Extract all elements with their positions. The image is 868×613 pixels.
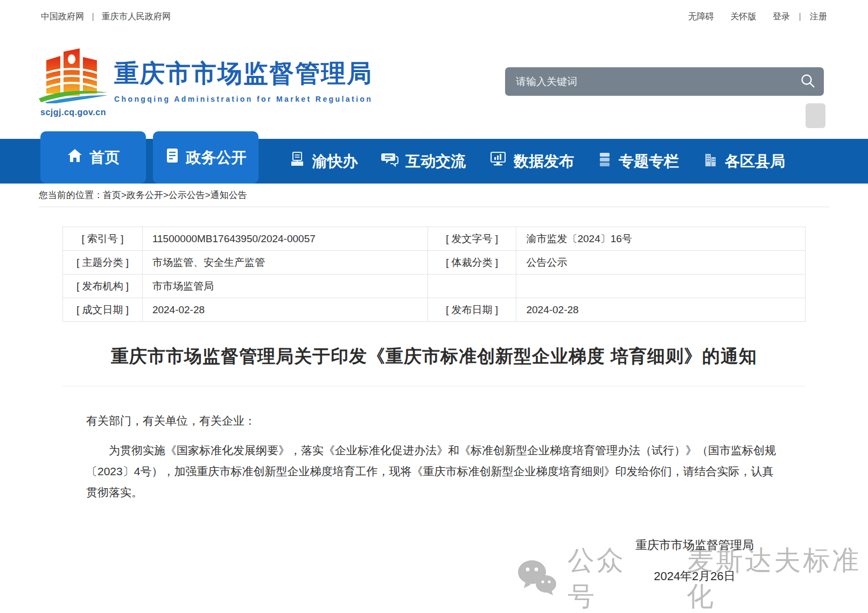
- chat-bubbles-icon: [381, 151, 398, 171]
- gov-links: 中国政府网 | 重庆市人民政府网: [41, 0, 171, 33]
- table-row: [ 主题分类 ] 市场监管、安全生产监管 [ 体裁分类 ] 公告公示: [63, 251, 806, 274]
- meta-value-genre: 公告公示: [516, 251, 806, 274]
- meta-label-index: [ 索引号 ]: [63, 227, 143, 251]
- top-utility-bar: 中国政府网 | 重庆市人民政府网 无障碍 关怀版 登录 | 注册: [0, 0, 868, 33]
- user-links: 无障碍 关怀版 登录 | 注册: [674, 0, 827, 33]
- table-row: [ 发布机构 ] 市市场监管局: [63, 274, 806, 298]
- separator: |: [92, 12, 94, 21]
- site-title-english: Chongqing Administration for Market Regu…: [114, 95, 373, 103]
- home-icon: [67, 147, 83, 167]
- nav-label: 数据发布: [514, 151, 574, 172]
- document-icon: [165, 147, 179, 167]
- table-row: [ 索引号 ] 11500000MB17643950/2024-00057 [ …: [63, 227, 806, 251]
- body-paragraph: 为贯彻实施《国家标准化发展纲要》，落实《企业标准化促进办法》和《标准创新型企业梯…: [86, 440, 779, 503]
- nav-label: 各区县局: [725, 151, 785, 172]
- meta-value-empty: [516, 274, 806, 298]
- nav-item-special-columns[interactable]: 专题专栏: [598, 151, 679, 172]
- link-care-version[interactable]: 关怀版: [730, 12, 756, 21]
- document-body: 有关部门，有关单位，有关企业： 为贯彻实施《国家标准化发展纲要》，落实《企业标准…: [62, 410, 806, 503]
- meta-value-written-date: 2024-02-28: [142, 298, 428, 322]
- title-divider: [62, 386, 806, 386]
- nav-label: 渝快办: [312, 151, 358, 172]
- link-cq-gov[interactable]: 重庆市人民政府网: [102, 12, 171, 21]
- site-title-block[interactable]: 重庆市市场监督管理局 Chongqing Administration for …: [114, 57, 373, 103]
- nav-label: 专题专栏: [619, 151, 679, 172]
- table-row: [ 成文日期 ] 2024-02-28 [ 发布日期 ] 2024-02-28: [63, 298, 806, 322]
- link-accessibility[interactable]: 无障碍: [688, 12, 714, 21]
- search-input[interactable]: [505, 67, 792, 96]
- nav-item-district-bureaus[interactable]: 各区县局: [703, 151, 785, 172]
- signature-organization: 重庆市市场监督管理局: [635, 537, 754, 553]
- nav-item-interaction[interactable]: 互动交流: [381, 151, 466, 172]
- nav-label: 政务公开: [186, 147, 247, 168]
- signature-block: 重庆市市场监督管理局 2024年2月26日: [62, 537, 806, 584]
- nav-item-data-release[interactable]: 数据发布: [489, 151, 574, 172]
- document-content: [ 索引号 ] 11500000MB17643950/2024-00057 [ …: [62, 227, 806, 584]
- page-title: 重庆市市场监督管理局关于印发《重庆市标准创新型企业梯度 培育细则》的通知: [62, 344, 806, 369]
- site-title: 重庆市市场监督管理局: [114, 57, 373, 90]
- site-logo[interactable]: scjgj.cq.gov.cn: [36, 47, 111, 117]
- nav-label: 互动交流: [405, 151, 466, 172]
- meta-label-empty: [428, 274, 516, 298]
- site-header: scjgj.cq.gov.cn 重庆市市场监督管理局 Chongqing Adm…: [0, 33, 868, 139]
- meta-value-index: 11500000MB17643950/2024-00057: [142, 227, 428, 251]
- meta-label-issuer: [ 发布机构 ]: [63, 274, 143, 298]
- meta-value-publish-date: 2024-02-28: [516, 298, 806, 322]
- salutation: 有关部门，有关单位，有关企业：: [86, 410, 779, 431]
- meta-value-topic: 市场监管、安全生产监管: [142, 251, 428, 274]
- nav-item-home[interactable]: 首页: [40, 131, 146, 184]
- meta-label-topic: [ 主题分类 ]: [63, 251, 143, 274]
- site-search: [505, 67, 824, 96]
- stacked-list-icon: [598, 151, 612, 171]
- meta-value-doc-number: 渝市监发〔2024〕16号: [516, 227, 806, 251]
- nav-item-gov-disclosure[interactable]: 政务公开: [153, 131, 258, 184]
- nav-item-yukuaiban[interactable]: 渝快办: [289, 151, 358, 172]
- nav-label: 首页: [90, 147, 120, 168]
- building-icon: [703, 151, 718, 171]
- link-china-gov[interactable]: 中国政府网: [41, 12, 84, 21]
- breadcrumb-path[interactable]: 首页>政务公开>公示公告>通知公告: [103, 189, 247, 201]
- meta-label-written-date: [ 成文日期 ]: [63, 298, 143, 322]
- breadcrumb-prefix: 您当前的位置：: [39, 189, 103, 201]
- meta-label-doc-number: [ 发文字号 ]: [428, 227, 516, 251]
- meta-label-publish-date: [ 发布日期 ]: [428, 298, 516, 322]
- site-url: scjgj.cq.gov.cn: [36, 108, 111, 117]
- link-login[interactable]: 登录: [773, 12, 790, 21]
- search-icon: [800, 73, 816, 90]
- search-button[interactable]: [792, 67, 824, 96]
- service-terminal-icon: [289, 151, 305, 171]
- signature-date: 2024年2月26日: [635, 568, 754, 584]
- floating-widget[interactable]: [806, 103, 825, 128]
- breadcrumb: 您当前的位置： 首页>政务公开>公示公告>通知公告: [39, 184, 829, 207]
- meta-value-issuer: 市市场监管局: [142, 274, 428, 298]
- link-register[interactable]: 注册: [810, 12, 827, 21]
- meta-label-genre: [ 体裁分类 ]: [428, 251, 516, 274]
- main-nav: 首页 政务公开: [0, 139, 868, 184]
- document-meta-table: [ 索引号 ] 11500000MB17643950/2024-00057 [ …: [62, 227, 806, 322]
- logo-building-icon: [39, 96, 108, 105]
- monitor-chart-icon: [489, 151, 507, 171]
- separator: |: [799, 12, 801, 21]
